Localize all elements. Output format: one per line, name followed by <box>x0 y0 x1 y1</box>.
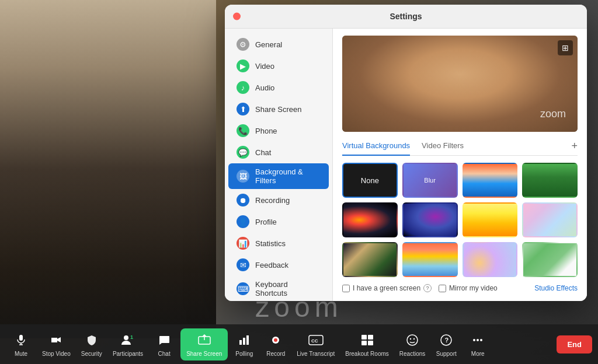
svg-point-19 <box>413 338 415 339</box>
sidebar-label-background: Background & Filters <box>255 167 321 185</box>
record-label: Record <box>266 351 285 357</box>
background-galaxy[interactable] <box>402 202 458 237</box>
mute-icon <box>15 332 27 348</box>
background-grid: None Blur <box>342 163 578 277</box>
svg-text:CC: CC <box>311 338 318 344</box>
settings-sidebar: ⚙ General ▶ Video ♪ Audio ⬆ Share Screen… <box>225 29 333 301</box>
checkbox-row: I have a green screen ? Mirror my video … <box>342 284 578 292</box>
toolbar-support[interactable]: ? Support <box>431 330 461 359</box>
toolbar-security[interactable]: Security <box>77 330 107 359</box>
support-label: Support <box>436 351 457 357</box>
camera-preview: ⊞ <box>342 36 578 132</box>
background-pastel[interactable] <box>522 202 578 237</box>
toolbar-live-transcript[interactable]: CC Live Transcript <box>292 330 339 359</box>
toolbar-reactions[interactable]: Reactions <box>395 330 430 359</box>
camera-feed <box>342 36 578 132</box>
background-sunset[interactable] <box>402 242 458 277</box>
sidebar-label-recording: Recording <box>255 196 290 205</box>
toolbar-share-screen[interactable]: Share Screen <box>180 328 228 360</box>
sidebar-item-chat[interactable]: 💬 Chat <box>228 142 329 163</box>
toolbar-breakout-rooms[interactable]: Breakout Rooms <box>340 330 393 359</box>
svg-point-3 <box>124 335 128 340</box>
svg-rect-7 <box>243 338 245 345</box>
svg-text:1: 1 <box>130 334 133 340</box>
chat-toolbar-icon <box>158 332 170 348</box>
background-bridge[interactable] <box>463 163 518 198</box>
add-background-button[interactable]: + <box>571 140 578 155</box>
toolbar-polling[interactable]: Polling <box>229 330 259 359</box>
sidebar-item-general[interactable]: ⚙ General <box>228 34 329 55</box>
sidebar-label-chat: Chat <box>255 148 271 157</box>
sidebar-label-profile: Profile <box>255 218 277 226</box>
toolbar: Mute Stop Video Security <box>0 324 598 364</box>
sidebar-label-phone: Phone <box>255 127 277 135</box>
green-screen-help-icon[interactable]: ? <box>423 284 432 292</box>
tab-video-filters[interactable]: Video Filters <box>422 139 464 156</box>
green-screen-checkbox[interactable] <box>342 285 350 292</box>
statistics-icon: 📊 <box>237 237 249 250</box>
reactions-label: Reactions <box>399 351 425 357</box>
background-space[interactable] <box>342 202 398 237</box>
background-garden[interactable] <box>522 242 578 277</box>
mute-label: Mute <box>15 351 27 357</box>
record-icon <box>270 332 281 348</box>
background-palm[interactable] <box>342 242 398 277</box>
toolbar-participants[interactable]: 1 Participants <box>108 330 148 359</box>
background-bokeh[interactable] <box>463 242 518 277</box>
sidebar-item-phone[interactable]: 📞 Phone <box>228 120 329 141</box>
sidebar-label-share: Share Screen <box>255 105 302 114</box>
mirror-video-label: Mirror my video <box>449 284 498 292</box>
more-label: More <box>471 351 485 357</box>
chat-toolbar-label: Chat <box>158 351 171 357</box>
sidebar-item-statistics[interactable]: 📊 Statistics <box>228 233 329 254</box>
toolbar-mute[interactable]: Mute <box>6 330 36 359</box>
sidebar-item-background[interactable]: 🖼 Background & Filters <box>228 163 329 189</box>
toolbar-chat[interactable]: Chat <box>149 330 179 359</box>
profile-icon: 👤 <box>237 215 249 228</box>
svg-point-22 <box>473 339 475 341</box>
svg-point-23 <box>477 339 479 341</box>
end-call-button[interactable]: End <box>557 335 592 354</box>
toolbar-more[interactable]: More <box>463 330 493 359</box>
phone-icon: 📞 <box>237 124 249 137</box>
sidebar-item-recording[interactable]: ⏺ Recording <box>228 190 329 211</box>
sidebar-item-profile[interactable]: 👤 Profile <box>228 211 329 232</box>
svg-rect-0 <box>19 335 23 341</box>
background-grass[interactable] <box>522 163 578 198</box>
feedback-icon: ✉ <box>237 258 249 271</box>
svg-rect-13 <box>361 335 367 340</box>
polling-icon <box>238 332 250 348</box>
green-screen-option[interactable]: I have a green screen ? <box>342 284 432 292</box>
live-transcript-label: Live Transcript <box>297 351 335 357</box>
sidebar-item-video[interactable]: ▶ Video <box>228 55 329 76</box>
share-screen-toolbar-icon <box>198 332 211 348</box>
svg-rect-6 <box>239 340 242 345</box>
settings-panel: Settings ⚙ General ▶ Video ♪ Audio ⬆ Sha… <box>225 5 587 301</box>
toolbar-items: Mute Stop Video Security <box>6 328 557 360</box>
sidebar-item-audio[interactable]: ♪ Audio <box>228 77 329 98</box>
sidebar-item-feedback[interactable]: ✉ Feedback <box>228 254 329 275</box>
studio-effects-link[interactable]: Studio Effects <box>534 284 578 292</box>
mirror-video-checkbox[interactable] <box>439 285 446 292</box>
sidebar-label-general: General <box>255 40 282 49</box>
breakout-rooms-label: Breakout Rooms <box>345 351 388 357</box>
svg-point-18 <box>410 338 411 339</box>
share-screen-toolbar-label: Share Screen <box>186 351 222 357</box>
mirror-video-option[interactable]: Mirror my video <box>439 284 498 292</box>
svg-rect-8 <box>246 335 249 345</box>
live-transcript-icon: CC <box>308 332 324 348</box>
toolbar-stop-video[interactable]: Stop Video <box>37 330 75 359</box>
sidebar-item-keyboard[interactable]: ⌨ Keyboard Shortcuts <box>228 276 329 301</box>
background-blur[interactable]: Blur <box>402 163 458 198</box>
toolbar-record[interactable]: Record <box>260 330 291 359</box>
tab-virtual-backgrounds[interactable]: Virtual Backgrounds <box>342 139 410 156</box>
participants-label: Participants <box>113 351 143 357</box>
camera-corner-button[interactable]: ⊞ <box>558 40 573 55</box>
close-button[interactable] <box>233 13 241 20</box>
sidebar-item-share-screen[interactable]: ⬆ Share Screen <box>228 99 329 120</box>
background-icon: 🖼 <box>237 170 249 183</box>
security-label: Security <box>81 351 102 357</box>
background-sunflower[interactable] <box>463 202 518 237</box>
sidebar-label-statistics: Statistics <box>255 239 286 248</box>
background-none[interactable]: None <box>342 163 398 198</box>
